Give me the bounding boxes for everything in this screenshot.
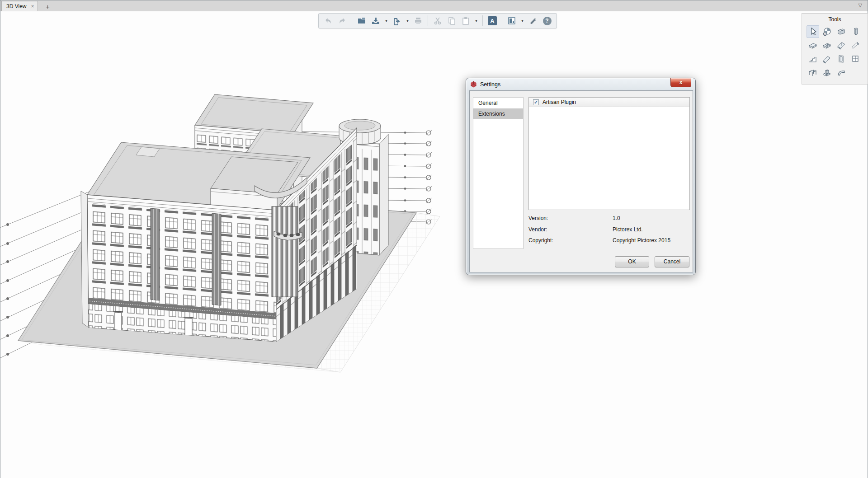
- settings-nav-list: General Extensions: [473, 97, 524, 249]
- app-logo-icon: [470, 81, 477, 88]
- tools-panel-title: Tools: [802, 16, 868, 23]
- railing-icon: [836, 67, 846, 77]
- help-icon: ?: [543, 17, 552, 25]
- tool-plinth[interactable]: [821, 66, 833, 79]
- report-button[interactable]: [506, 15, 518, 27]
- tools-grid: A: [802, 23, 868, 79]
- window-icon: [850, 54, 860, 64]
- 3d-viewport[interactable]: [0, 11, 868, 478]
- wrench-icon: [528, 16, 538, 25]
- tool-column[interactable]: [849, 25, 862, 38]
- info-value: 1.0: [613, 215, 620, 221]
- info-row-version: Version: 1.0: [528, 215, 548, 221]
- floor-opening-icon: [822, 40, 832, 50]
- tool-floor-opening[interactable]: [821, 39, 833, 52]
- style-picker-icon: A: [822, 27, 832, 37]
- toolbar-separator: [428, 15, 428, 26]
- info-label: Version:: [528, 215, 548, 221]
- settings-dialog: Settings x General Extensions ✓ Artisan …: [466, 78, 696, 275]
- tool-railing[interactable]: [835, 66, 848, 79]
- open-button[interactable]: [356, 15, 368, 27]
- text-style-icon: A: [488, 16, 497, 25]
- plugin-list: ✓ Artisan Plugin: [528, 97, 690, 210]
- undo-icon: [324, 16, 333, 25]
- plinth-icon: [822, 67, 832, 77]
- info-row-vendor: Vendor: Pictorex Ltd.: [528, 226, 547, 233]
- nav-item-extensions[interactable]: Extensions: [473, 108, 523, 119]
- toolbar-separator: [482, 15, 483, 26]
- export-button[interactable]: [391, 15, 403, 27]
- info-value: Copyright Pictorex 2015: [613, 237, 670, 244]
- stairs-icon: [808, 54, 818, 64]
- print-button[interactable]: [412, 15, 424, 27]
- column-icon: [850, 27, 860, 37]
- tab-3d-view[interactable]: 3D View ×: [1, 1, 38, 11]
- cut-button[interactable]: [432, 15, 443, 27]
- copy-button[interactable]: [446, 15, 458, 27]
- export-dropdown[interactable]: ▾: [405, 15, 410, 27]
- info-row-copyright: Copyright: Copyright Pictorex 2015: [528, 237, 553, 244]
- 3d-building-model: [0, 11, 868, 478]
- text-style-button[interactable]: A: [486, 15, 498, 27]
- tool-style-picker[interactable]: A: [821, 25, 833, 38]
- import-button[interactable]: [370, 15, 382, 27]
- cancel-button[interactable]: Cancel: [655, 256, 689, 267]
- info-label: Vendor:: [528, 226, 547, 233]
- toolbar-separator: [502, 15, 502, 26]
- tool-stairs[interactable]: [807, 52, 819, 65]
- tool-beam[interactable]: [849, 39, 862, 52]
- paste-button[interactable]: [460, 15, 472, 27]
- undo-button[interactable]: [322, 15, 334, 27]
- tool-roof[interactable]: [835, 39, 848, 52]
- info-label: Copyright:: [528, 237, 553, 244]
- report-table-icon: [507, 16, 516, 25]
- tool-empty-cell: [849, 66, 862, 79]
- import-dropdown[interactable]: ▾: [384, 15, 389, 27]
- report-dropdown[interactable]: ▾: [520, 15, 525, 27]
- tab-close-icon[interactable]: ×: [31, 4, 34, 9]
- open-folder-icon: [357, 16, 366, 25]
- export-icon: [392, 16, 401, 25]
- main-toolbar: ▾ ▾ ▾ A ▾ ?: [318, 13, 557, 28]
- tool-door[interactable]: [835, 52, 848, 65]
- redo-icon: [338, 16, 347, 25]
- plugin-row-artisan[interactable]: ✓ Artisan Plugin: [529, 98, 689, 107]
- redo-button[interactable]: [336, 15, 348, 27]
- door-icon: [836, 54, 846, 64]
- nav-item-general[interactable]: General: [473, 98, 523, 108]
- ramp-icon: [822, 54, 832, 64]
- tool-table[interactable]: [807, 66, 819, 79]
- tool-window[interactable]: [849, 52, 862, 65]
- wall-icon: [836, 27, 846, 37]
- paste-dropdown[interactable]: ▾: [474, 15, 479, 27]
- tab-overflow-icon[interactable]: ▽: [859, 2, 862, 8]
- new-tab-button[interactable]: +: [42, 2, 53, 11]
- settings-button[interactable]: [527, 15, 539, 27]
- svg-text:A: A: [824, 33, 826, 35]
- beam-icon: [850, 40, 860, 50]
- tool-ramp[interactable]: [821, 52, 833, 65]
- tool-select[interactable]: [807, 25, 819, 38]
- tool-floor[interactable]: [807, 39, 819, 52]
- tool-wall[interactable]: [835, 25, 848, 38]
- dialog-client-area: General Extensions ✓ Artisan Plugin Vers…: [469, 90, 693, 272]
- dialog-close-button[interactable]: x: [670, 78, 691, 87]
- app-window: 3D View × + ▽: [0, 0, 868, 478]
- plugin-name: Artisan Plugin: [542, 99, 576, 105]
- help-button[interactable]: ?: [541, 15, 553, 27]
- info-value: Pictorex Ltd.: [613, 226, 643, 233]
- tools-panel: Tools A: [802, 13, 868, 84]
- cut-icon: [433, 16, 442, 25]
- plugin-checkbox[interactable]: ✓: [533, 99, 539, 105]
- dialog-title: Settings: [480, 81, 500, 88]
- tab-bar: 3D View × + ▽: [0, 0, 868, 11]
- floor-icon: [808, 40, 818, 50]
- select-arrow-icon: [808, 27, 818, 37]
- ok-button[interactable]: OK: [615, 256, 649, 267]
- paste-icon: [461, 16, 470, 25]
- roof-icon: [836, 40, 846, 50]
- table-icon: [808, 67, 818, 77]
- settings-dialog-titlebar[interactable]: Settings: [466, 78, 695, 90]
- print-icon: [414, 16, 423, 25]
- copy-icon: [447, 16, 456, 25]
